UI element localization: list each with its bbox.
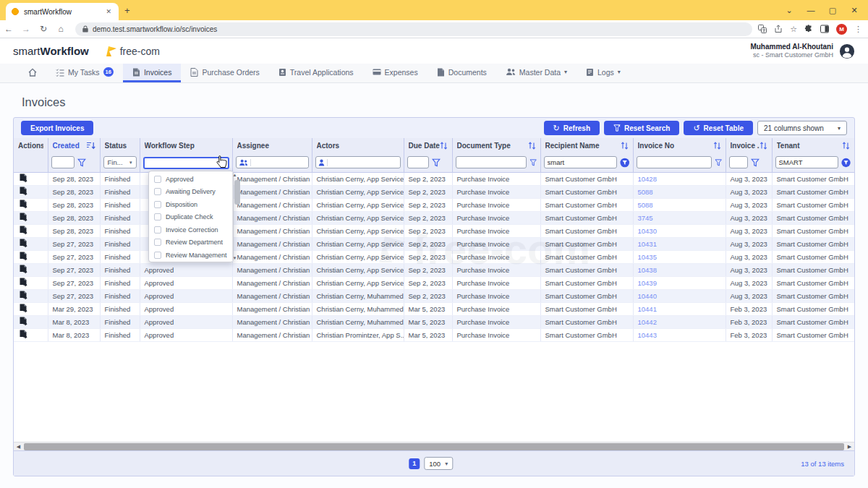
filter-funnel-icon[interactable] [432, 158, 441, 167]
table-row[interactable]: Sep 28, 2023FinishedManagement / Christi… [14, 224, 854, 237]
row-actions-cell[interactable] [14, 172, 48, 185]
nav-purchase-orders[interactable]: Purchase Orders [181, 64, 268, 82]
workflow-option[interactable]: Awaiting Delivery [149, 186, 232, 199]
document-export-icon[interactable] [20, 213, 27, 222]
window-menu-chevron-icon[interactable]: ⌄ [778, 6, 800, 15]
workflow-option[interactable]: Review Management [149, 249, 232, 262]
invoice-link[interactable]: 10435 [638, 253, 657, 261]
page-1-button[interactable]: 1 [409, 458, 420, 469]
table-row[interactable]: Mar 8, 2023FinishedApprovedManagement / … [14, 328, 854, 341]
page-size-select[interactable]: 100▾ [424, 457, 453, 470]
row-actions-cell[interactable] [14, 315, 48, 328]
scroll-right-icon[interactable]: ▶ [845, 444, 854, 450]
nav-home[interactable] [19, 64, 46, 82]
document-export-icon[interactable] [20, 317, 27, 326]
back-icon[interactable]: ← [0, 24, 17, 34]
user-avatar-icon[interactable] [839, 43, 855, 59]
table-row[interactable]: Sep 28, 2023FinishedManagement / Christi… [14, 211, 854, 224]
workflow-option[interactable]: Review Department [149, 236, 232, 249]
nav-documents[interactable]: Documents [427, 64, 496, 82]
invoice-link[interactable]: 5088 [638, 201, 653, 209]
row-actions-cell[interactable] [14, 263, 48, 276]
workflow-option[interactable]: Disposition [149, 198, 232, 211]
due-date-filter-input[interactable] [407, 156, 429, 168]
invoice-link[interactable]: 10443 [638, 331, 657, 339]
nav-travel-applications[interactable]: Travel Applications [269, 64, 363, 82]
table-row[interactable]: Sep 27, 2023FinishedManagement / Christi… [14, 237, 854, 250]
row-actions-cell[interactable] [14, 250, 48, 263]
row-actions-cell[interactable] [14, 302, 48, 315]
nav-logs[interactable]: Logs ▾ [576, 64, 630, 82]
checkbox-icon[interactable] [154, 226, 161, 234]
row-actions-cell[interactable] [14, 276, 48, 289]
invoice-link[interactable]: 10430 [638, 227, 657, 235]
workflow-option[interactable]: Duplicate Check [149, 211, 232, 224]
scrollbar-thumb[interactable] [24, 443, 844, 450]
browser-profile-avatar[interactable]: M [836, 24, 847, 35]
actors-filter-input[interactable] [328, 158, 400, 167]
col-header-created[interactable]: Created [48, 138, 100, 153]
invoice-link[interactable]: 10431 [638, 240, 657, 248]
document-export-icon[interactable] [20, 226, 27, 235]
invoice-link[interactable]: 10442 [638, 318, 657, 326]
col-header-document-type[interactable]: Document Type [452, 138, 540, 153]
invoice-link[interactable]: 10438 [638, 266, 657, 274]
close-icon[interactable]: ✕ [843, 6, 865, 15]
side-panel-icon[interactable] [820, 25, 829, 33]
invoice-link[interactable]: 10428 [638, 175, 657, 183]
filter-funnel-active-icon[interactable] [620, 157, 629, 168]
assignee-filter-input[interactable] [251, 158, 308, 167]
document-type-filter-input[interactable] [456, 156, 527, 168]
home-icon[interactable]: ⌂ [52, 24, 69, 34]
address-bar[interactable]: demo.test.smartworkflow.io/sc/invoices [75, 22, 752, 36]
invoice-link[interactable]: 10440 [638, 292, 657, 300]
row-actions-cell[interactable] [14, 328, 48, 341]
translate-icon[interactable] [758, 25, 767, 33]
invoice-link[interactable]: 3745 [638, 214, 653, 222]
col-header-invoice-date[interactable]: Invoice ... [726, 138, 772, 153]
extensions-puzzle-icon[interactable] [804, 25, 813, 33]
invoice-date-filter-input[interactable] [729, 156, 748, 168]
row-actions-cell[interactable] [14, 198, 48, 211]
col-header-due-date[interactable]: Due Date [404, 138, 452, 153]
invoice-link[interactable]: 5088 [638, 188, 653, 196]
horizontal-scrollbar[interactable]: ◀ ▶ [14, 442, 854, 450]
forward-icon[interactable]: → [17, 24, 35, 34]
row-actions-cell[interactable] [14, 211, 48, 224]
filter-funnel-icon[interactable] [715, 158, 722, 167]
document-export-icon[interactable] [20, 239, 27, 248]
table-row[interactable]: Sep 27, 2023FinishedApprovedManagement /… [14, 263, 854, 276]
checkbox-icon[interactable] [154, 239, 161, 246]
browser-tab[interactable]: smartWorkflow ✕ [6, 3, 119, 20]
minimize-icon[interactable]: — [800, 6, 822, 14]
invoice-link[interactable]: 10439 [638, 279, 657, 287]
document-export-icon[interactable] [20, 187, 27, 196]
col-header-assignee[interactable]: Assignee [232, 138, 312, 153]
workflow-option[interactable]: Approved [149, 173, 232, 186]
new-tab-button[interactable]: + [124, 5, 130, 16]
nav-invoices[interactable]: Invoices [123, 64, 182, 82]
table-row[interactable]: Sep 27, 2023FinishedApprovedManagement /… [14, 276, 854, 289]
table-row[interactable]: Sep 28, 2023FinishedManagement / Christi… [14, 185, 854, 198]
user-info[interactable]: Muhammed Al-Khoutani sc - Smart Customer… [750, 43, 833, 60]
checkbox-icon[interactable] [154, 213, 161, 221]
status-filter-select[interactable]: Fin...▾ [103, 156, 137, 168]
table-row[interactable]: Sep 28, 2023FinishedManagement / Christi… [14, 198, 854, 211]
document-export-icon[interactable] [20, 304, 27, 313]
checkbox-icon[interactable] [154, 252, 161, 259]
col-header-tenant[interactable]: Tenant [772, 138, 854, 153]
reset-table-button[interactable]: ↺Reset Table [684, 121, 753, 135]
invoice-link[interactable]: 10441 [638, 305, 657, 313]
document-export-icon[interactable] [20, 278, 27, 287]
checkbox-icon[interactable] [154, 188, 161, 195]
maximize-icon[interactable]: ▢ [822, 6, 843, 15]
document-export-icon[interactable] [20, 265, 27, 274]
kebab-menu-icon[interactable]: ⋮ [854, 25, 862, 34]
reload-icon[interactable]: ↻ [35, 24, 52, 34]
tenant-filter-input[interactable] [775, 156, 839, 168]
workflow-option[interactable]: Invoice Correction [149, 223, 232, 236]
bookmark-star-icon[interactable]: ☆ [790, 25, 797, 34]
share-icon[interactable] [774, 25, 783, 33]
filter-funnel-icon[interactable] [529, 158, 537, 167]
tab-close-icon[interactable]: ✕ [104, 7, 113, 17]
